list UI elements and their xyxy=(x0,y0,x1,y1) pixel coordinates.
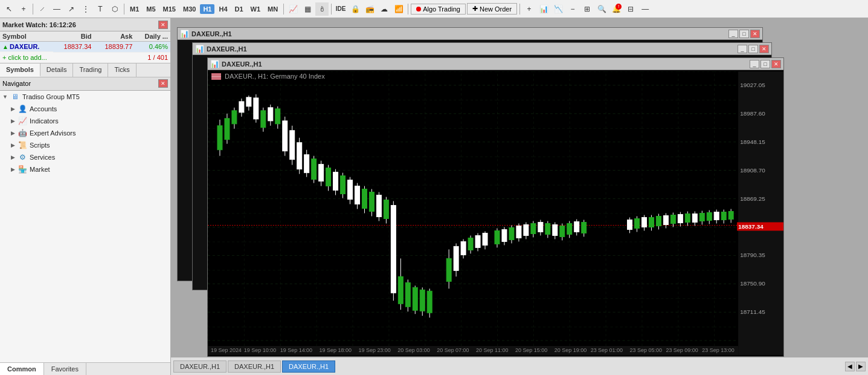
new-order-btn[interactable]: ✚ New Order xyxy=(467,3,517,15)
nav-item-expert-advisors[interactable]: ▶ 🤖 Expert Advisors xyxy=(0,127,170,139)
bar-chart-btn[interactable]: ▦ xyxy=(301,2,314,16)
taskbar-scroll-right[interactable]: ▶ xyxy=(856,362,866,371)
taskbar-scroll-left[interactable]: ◀ xyxy=(845,362,855,371)
svg-rect-140 xyxy=(635,218,640,228)
zoom-in-btn[interactable]: + xyxy=(522,2,536,16)
crosshair-tool[interactable]: + xyxy=(17,2,30,16)
chart-maximize-1[interactable]: □ xyxy=(739,30,749,38)
ide-btn[interactable]: IDE xyxy=(334,2,347,16)
navigator-bottom-tabs: Common Favorites xyxy=(0,362,170,375)
svg-text:18711.45: 18711.45 xyxy=(740,308,765,315)
tf-h1[interactable]: H1 xyxy=(200,4,214,14)
chart-maximize-2[interactable]: □ xyxy=(748,45,758,53)
chart-titlebar-2[interactable]: 📊 DAXEUR.,H1 _ □ ✕ xyxy=(193,43,771,55)
bottom-tab-common[interactable]: Common xyxy=(0,363,44,375)
cloud-btn[interactable]: ☁ xyxy=(378,2,391,16)
chart-controls-3: _ □ ✕ xyxy=(750,60,781,68)
lock-btn[interactable]: 🔒 xyxy=(349,2,362,16)
shapes-tool[interactable]: ⬡ xyxy=(108,2,121,16)
candle-chart-btn[interactable]: 🕯 xyxy=(315,2,329,16)
chart-maximize-3[interactable]: □ xyxy=(760,60,770,68)
nav-item-scripts[interactable]: ▶ 📜 Scripts xyxy=(0,139,170,151)
tab-trading[interactable]: Trading xyxy=(73,64,108,77)
chart-minimize-1[interactable]: _ xyxy=(728,30,738,38)
taskbar-tab-2[interactable]: DAXEUR.,H1 xyxy=(282,360,335,373)
svg-text:23 Sep 09:00: 23 Sep 09:00 xyxy=(666,347,698,353)
dash-btn[interactable]: — xyxy=(638,2,652,16)
trend-tool[interactable]: ↗ xyxy=(65,2,78,16)
tf-m15[interactable]: M15 xyxy=(160,4,179,14)
chart-titlebar-1[interactable]: 📊 DAXEUR.,H1 _ □ ✕ xyxy=(178,28,762,40)
chart-minimize-2[interactable]: _ xyxy=(738,45,747,53)
market-watch-table: Symbol Bid Ask Daily ... ▲ DAXEUR. 18837… xyxy=(0,31,170,63)
sep5 xyxy=(408,4,408,15)
svg-rect-40 xyxy=(217,126,222,150)
svg-text:18790.35: 18790.35 xyxy=(740,252,765,258)
taskbar-scroll-controls: ◀ ▶ xyxy=(845,362,866,371)
svg-text:20 Sep 07:00: 20 Sep 07:00 xyxy=(437,347,469,353)
tf-d1[interactable]: D1 xyxy=(232,4,246,14)
nav-list: ▼ 🖥 Tradiso Group MT5 ▶ 👤 Accounts ▶ 📈 I… xyxy=(0,91,170,363)
tf-m1[interactable]: M1 xyxy=(127,4,142,14)
chart-close-2[interactable]: ✕ xyxy=(759,45,769,53)
nav-item-indicators[interactable]: ▶ 📈 Indicators xyxy=(0,115,170,127)
symbol-row-daxeur[interactable]: ▲ DAXEUR. 18837.34 18839.77 0.46% xyxy=(0,42,170,53)
nav-ea-label: Expert Advisors xyxy=(30,129,76,137)
line-chart2-btn[interactable]: 📉 xyxy=(551,2,565,16)
radio-btn[interactable]: 📻 xyxy=(363,2,376,16)
bar-chart2-btn[interactable]: 📊 xyxy=(537,2,550,16)
algo-trading-btn[interactable]: Algo Trading xyxy=(411,4,466,15)
tf-m30[interactable]: M30 xyxy=(180,4,199,14)
market-watch-close[interactable]: ✕ xyxy=(158,21,168,29)
nav-item-accounts[interactable]: ▶ 👤 Accounts xyxy=(0,103,170,115)
tf-w1[interactable]: W1 xyxy=(248,4,264,14)
chart-title-2: 📊 DAXEUR.,H1 xyxy=(195,45,247,53)
chart-minimize-3[interactable]: _ xyxy=(750,60,759,68)
svg-rect-134 xyxy=(574,221,579,232)
chart-close-1[interactable]: ✕ xyxy=(750,30,760,38)
svg-rect-142 xyxy=(641,217,646,227)
channel-tool[interactable]: ⋮ xyxy=(79,2,92,16)
sep3 xyxy=(283,4,284,15)
svg-rect-70 xyxy=(326,168,331,186)
chart-window-3[interactable]: 📊 DAXEUR.,H1 _ □ ✕ DAXEUR., H1: Germany … xyxy=(207,57,784,357)
tf-m5[interactable]: M5 xyxy=(143,4,158,14)
tab-details[interactable]: Details xyxy=(40,64,74,77)
navigator-close[interactable]: ✕ xyxy=(158,79,168,88)
arrow-tool[interactable]: ↖ xyxy=(2,2,16,16)
nav-item-market[interactable]: ▶ 🏪 Market xyxy=(0,163,170,175)
nav-market-label: Market xyxy=(30,166,50,173)
signal-btn[interactable]: 📶 xyxy=(392,2,405,16)
taskbar-tab-0[interactable]: DAXEUR.,H1 xyxy=(173,360,227,373)
notification-btn[interactable]: 🔔! xyxy=(609,2,623,16)
terminal-btn[interactable]: ⊟ xyxy=(624,2,637,16)
tab-symbols[interactable]: Symbols xyxy=(0,64,40,77)
nav-item-services[interactable]: ▶ ⚙ Services xyxy=(0,151,170,163)
taskbar-tab-1[interactable]: DAXEUR.,H1 xyxy=(228,360,281,373)
search-btn[interactable]: 🔍 xyxy=(595,2,608,16)
hline-tool[interactable]: — xyxy=(50,2,63,16)
tf-h4[interactable]: H4 xyxy=(216,4,230,14)
indicators-expand-icon: ▶ xyxy=(11,118,15,124)
chart-titlebar-3[interactable]: 📊 DAXEUR.,H1 _ □ ✕ xyxy=(208,58,783,70)
text-tool[interactable]: T xyxy=(94,2,107,16)
bottom-tab-favorites[interactable]: Favorites xyxy=(44,363,86,375)
svg-rect-102 xyxy=(454,246,458,270)
chart-close-3[interactable]: ✕ xyxy=(771,60,781,68)
svg-rect-74 xyxy=(341,176,346,194)
chart-icon-3: 📊 xyxy=(210,60,219,68)
svg-rect-64 xyxy=(304,155,309,173)
grid-btn[interactable]: ⊞ xyxy=(580,2,594,16)
svg-text:18869.25: 18869.25 xyxy=(740,195,765,202)
tab-ticks[interactable]: Ticks xyxy=(108,64,136,77)
svg-text:19027.05: 19027.05 xyxy=(740,82,765,88)
zoom-out-btn[interactable]: − xyxy=(566,2,579,16)
col-bid: Bid xyxy=(53,31,94,42)
add-symbol-row[interactable]: + click to add... 1 / 401 xyxy=(0,52,170,62)
svg-rect-1 xyxy=(208,71,738,355)
tf-mn[interactable]: MN xyxy=(265,4,281,14)
col-ask: Ask xyxy=(94,31,135,42)
line-chart-btn[interactable]: 📈 xyxy=(286,2,300,16)
line-tool[interactable]: ⟋ xyxy=(36,2,49,16)
nav-group-tradiso[interactable]: ▼ 🖥 Tradiso Group MT5 xyxy=(0,91,170,103)
